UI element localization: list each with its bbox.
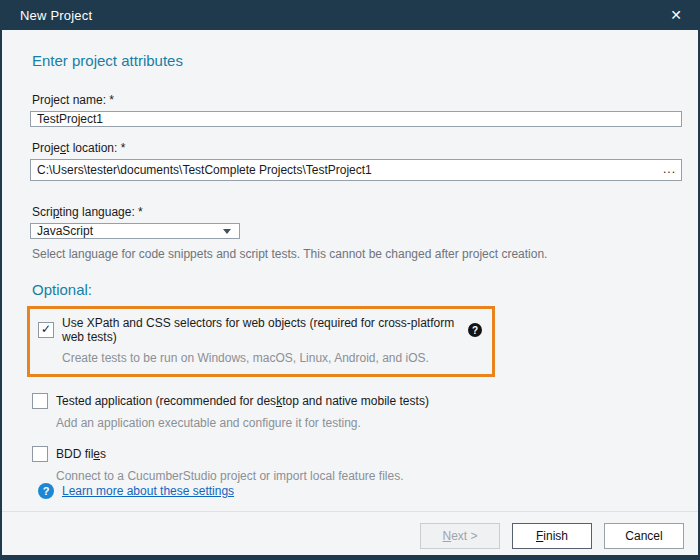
tested-app-label[interactable]: Tested application (recommended for desk… (56, 394, 429, 408)
project-location-label: Project location: * (32, 141, 686, 155)
bdd-label[interactable]: BDD files (56, 447, 106, 461)
next-button: Next > (420, 523, 500, 549)
scripting-language-dropdown[interactable]: JavaScript (30, 223, 240, 239)
learn-more-link[interactable]: Learn more about these settings (62, 484, 234, 498)
tested-app-row: Tested application (recommended for desk… (32, 393, 686, 409)
project-name-label: Project name: * (32, 93, 686, 107)
bdd-row: BDD files (32, 446, 686, 462)
learn-more-row: ? Learn more about these settings (38, 483, 686, 499)
help-circle-icon[interactable]: ? (38, 483, 54, 499)
scripting-language-hint: Select language for code snippets and sc… (32, 247, 686, 261)
xpath-option-highlight: ✓ Use XPath and CSS selectors for web ob… (27, 306, 495, 377)
xpath-option-description: Create tests to be run on Windows, macOS… (62, 351, 482, 365)
scripting-language-label: Scripting language: * (32, 205, 686, 219)
help-icon[interactable]: ? (468, 323, 482, 337)
page-title: Enter project attributes (32, 52, 686, 69)
cancel-button[interactable]: Cancel (604, 523, 684, 549)
optional-heading: Optional: (32, 281, 686, 298)
title-bar: New Project ✕ (0, 0, 700, 30)
xpath-checkbox[interactable]: ✓ (38, 322, 54, 338)
dialog-body: Enter project attributes Project name: *… (2, 30, 698, 555)
close-icon[interactable]: ✕ (666, 6, 686, 24)
window-title: New Project (20, 8, 92, 23)
xpath-option-row: ✓ Use XPath and CSS selectors for web ob… (38, 316, 482, 344)
bdd-option: BDD files Connect to a CucumberStudio pr… (32, 446, 686, 483)
project-name-input[interactable] (30, 111, 682, 127)
button-row: Next > Finish Cancel (30, 512, 686, 555)
xpath-option-label[interactable]: Use XPath and CSS selectors for web obje… (62, 316, 456, 344)
project-location-input[interactable] (30, 159, 682, 181)
browse-button[interactable]: ... (663, 162, 676, 176)
bdd-description: Connect to a CucumberStudio project or i… (56, 469, 686, 483)
scripting-language-value: JavaScript (37, 224, 93, 238)
tested-app-description: Add an application executable and config… (56, 416, 686, 430)
finish-button[interactable]: Finish (512, 523, 592, 549)
bdd-checkbox[interactable] (32, 446, 48, 462)
tested-app-checkbox[interactable] (32, 393, 48, 409)
project-location-field: ... (30, 159, 682, 181)
new-project-dialog: New Project ✕ Enter project attributes P… (0, 0, 700, 560)
tested-app-option: Tested application (recommended for desk… (32, 393, 686, 430)
chevron-down-icon (223, 229, 231, 234)
